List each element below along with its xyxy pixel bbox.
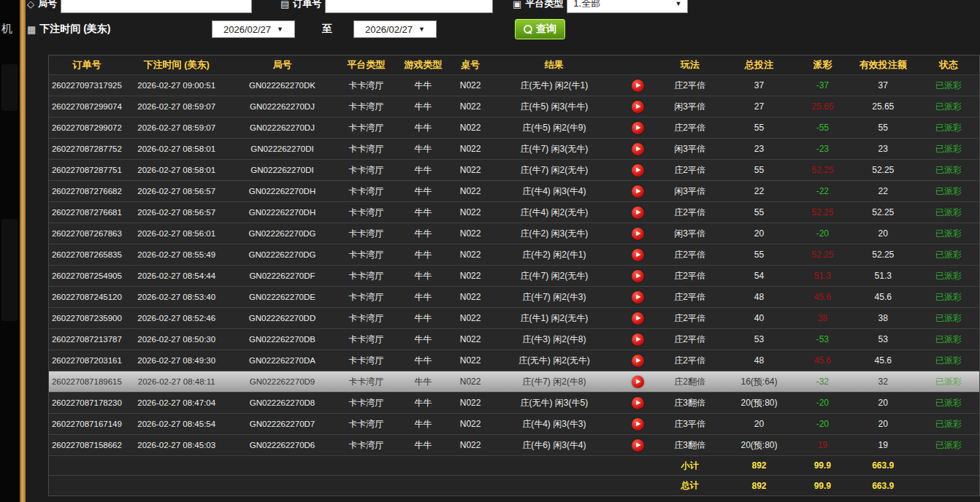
- table-row[interactable]: 260227087245120 2026-02-27 08:53:40 GN02…: [49, 287, 979, 308]
- cell-table: N022: [450, 371, 491, 392]
- cell-result: 庄(牛7) 闲3(无牛) ▶: [491, 139, 659, 159]
- replay-button[interactable]: ▶: [632, 291, 644, 304]
- replay-button-wrap: ▶: [618, 249, 659, 261]
- table-row[interactable]: 260227087299072 2026-02-27 08:59:07 GN02…: [49, 117, 979, 139]
- table-row[interactable]: 260227087235900 2026-02-27 08:52:46 GN02…: [49, 308, 979, 329]
- cell-order: 260227087276681: [49, 202, 125, 223]
- cell-status: 已派彩: [918, 75, 979, 96]
- diamond-icon: ◇: [27, 0, 34, 9]
- cell-valid: 32: [848, 371, 918, 392]
- replay-button[interactable]: ▶: [632, 270, 644, 282]
- cell-order: 260227087254905: [49, 266, 125, 286]
- play-icon: ▶: [636, 146, 640, 152]
- cell-bet: 48: [721, 287, 797, 307]
- sliver-text: 机: [1, 22, 12, 36]
- cell-round: GN022262270DB: [229, 329, 337, 350]
- table-row[interactable]: 260227087276681 2026-02-27 08:56:57 GN02…: [49, 202, 979, 223]
- header-play: 玩法: [659, 55, 721, 74]
- order-input[interactable]: [325, 0, 493, 13]
- play-icon: ▶: [636, 294, 640, 300]
- replay-button[interactable]: ▶: [632, 312, 644, 325]
- cell-status: 已派彩: [918, 393, 979, 413]
- platform-select[interactable]: 1.全部 ▼: [567, 0, 688, 13]
- replay-button[interactable]: ▶: [632, 355, 644, 367]
- replay-button[interactable]: ▶: [632, 185, 644, 198]
- left-app-sliver: 机: [0, 0, 20, 502]
- replay-button[interactable]: ▶: [632, 164, 644, 177]
- result-text: 庄(无牛) 闲2(牛1): [491, 80, 618, 92]
- cell-result: 庄(牛2) 闲3(无牛) ▶: [491, 223, 659, 244]
- cell-payout: -55: [797, 117, 848, 138]
- query-button[interactable]: 查询: [515, 19, 565, 39]
- table-row[interactable]: 260227087299074 2026-02-27 08:59:07 GN02…: [49, 96, 979, 117]
- clipboard-icon: ▤: [280, 0, 289, 9]
- table-row[interactable]: 260227087287752 2026-02-27 08:58:01 GN02…: [49, 139, 979, 160]
- header-bet: 总投注: [721, 55, 797, 74]
- table-row[interactable]: 260227087276682 2026-02-27 08:56:57 GN02…: [49, 181, 979, 202]
- cell-game: 牛牛: [396, 117, 450, 138]
- table-row[interactable]: 260227087267863 2026-02-27 08:56:01 GN02…: [49, 223, 979, 244]
- replay-button[interactable]: ▶: [632, 418, 644, 430]
- cell-valid: 38: [848, 308, 918, 328]
- result-text: 庄(牛7) 闲2(牛3): [491, 291, 618, 304]
- replay-button[interactable]: ▶: [632, 206, 644, 219]
- header-game: 游戏类型: [396, 55, 450, 74]
- cell-valid: 20: [848, 223, 918, 244]
- round-filter: ◇ 局号: [27, 0, 252, 13]
- replay-button[interactable]: ▶: [632, 249, 644, 261]
- cell-valid: 20: [848, 393, 918, 413]
- cell-order: 260227087178230: [49, 393, 125, 413]
- date-from-group: 2026/02/27 ▼: [212, 20, 295, 38]
- date-from-select[interactable]: 2026/02/27 ▼: [212, 20, 295, 38]
- replay-button[interactable]: ▶: [632, 80, 644, 92]
- table-row[interactable]: 260227087189615 2026-02-27 08:48:11 GN02…: [49, 371, 979, 393]
- replay-button[interactable]: ▶: [632, 228, 644, 240]
- replay-button-wrap: ▶: [618, 164, 659, 177]
- date-to-select[interactable]: 2026/02/27 ▼: [353, 20, 437, 38]
- cell-result: 庄(无牛) 闲2(无牛) ▶: [491, 350, 659, 371]
- table-row[interactable]: 260227087213787 2026-02-27 08:50:30 GN02…: [49, 329, 979, 350]
- replay-button-wrap: ▶: [618, 185, 659, 198]
- panel-edge-bar: [20, 0, 26, 502]
- replay-button-wrap: ▶: [618, 122, 659, 134]
- table-row[interactable]: 260227097317925 2026-02-27 09:00:51 GN02…: [49, 75, 979, 96]
- table-row[interactable]: 260227087167149 2026-02-27 08:45:54 GN02…: [49, 414, 979, 435]
- cell-time: 2026-02-27 08:53:40: [125, 287, 229, 307]
- cell-game: 牛牛: [396, 371, 450, 392]
- replay-button[interactable]: ▶: [632, 122, 644, 134]
- replay-button[interactable]: ▶: [632, 376, 644, 388]
- replay-button[interactable]: ▶: [632, 333, 644, 346]
- cell-payout: -23: [797, 139, 848, 159]
- round-input[interactable]: [61, 0, 252, 13]
- cell-order: 260227087299072: [49, 117, 125, 138]
- cell-time: 2026-02-27 08:59:07: [125, 96, 229, 117]
- cell-platform: 卡卡湾厅: [336, 223, 396, 244]
- table-row[interactable]: 260227087287751 2026-02-27 08:58:01 GN02…: [49, 160, 979, 181]
- cell-time: 2026-02-27 08:58:01: [125, 160, 229, 180]
- cell-bet: 55: [721, 202, 797, 223]
- table-row[interactable]: 260227087203161 2026-02-27 08:49:30 GN02…: [49, 350, 979, 371]
- cell-play: 闲3平倍: [659, 139, 721, 159]
- subtotal-valid: 663.9: [848, 456, 918, 475]
- cell-round: GN022262270DA: [229, 350, 337, 371]
- table-row[interactable]: 260227087254905 2026-02-27 08:54:44 GN02…: [49, 266, 979, 287]
- table-row[interactable]: 260227087158662 2026-02-27 08:45:03 GN02…: [49, 435, 979, 456]
- cell-order: 260227087287752: [49, 139, 125, 159]
- replay-button[interactable]: ▶: [632, 143, 644, 155]
- cell-round: GN022262270D7: [229, 414, 337, 434]
- background-remnant: [1, 64, 18, 111]
- table-row[interactable]: 260227087178230 2026-02-27 08:47:04 GN02…: [49, 393, 979, 414]
- replay-button[interactable]: ▶: [632, 101, 644, 113]
- cell-result: 庄(无牛) 闲2(牛1) ▶: [491, 75, 659, 96]
- replay-button[interactable]: ▶: [632, 397, 644, 409]
- table-row[interactable]: 260227087265835 2026-02-27 08:55:49 GN02…: [49, 244, 979, 266]
- cell-game: 牛牛: [396, 139, 450, 159]
- replay-button[interactable]: ▶: [632, 439, 644, 452]
- cell-time: 2026-02-27 08:45:03: [125, 435, 229, 455]
- cell-time: 2026-02-27 08:50:30: [125, 329, 229, 350]
- cell-payout: -37: [797, 75, 848, 96]
- header-payout: 派彩: [797, 55, 848, 74]
- cell-play: 庄2平倍: [659, 117, 721, 138]
- play-icon: ▶: [636, 379, 640, 385]
- play-icon: ▶: [636, 104, 640, 109]
